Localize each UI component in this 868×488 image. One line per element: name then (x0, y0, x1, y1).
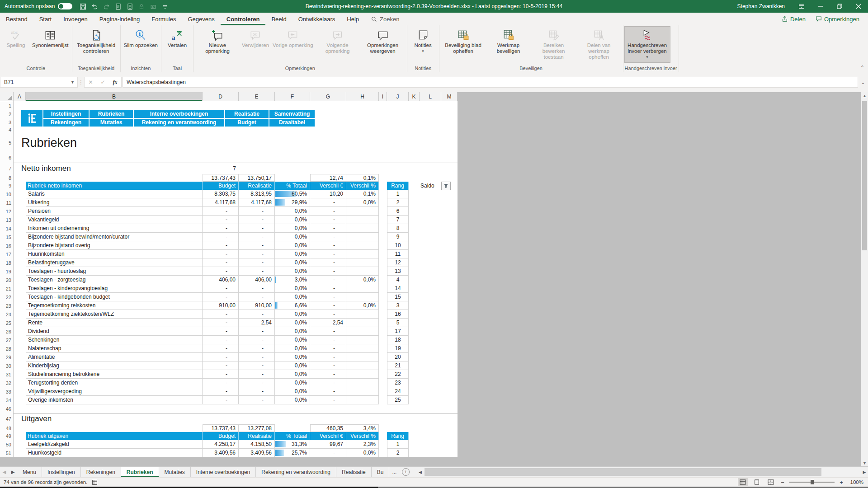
expand-formula-bar-icon[interactable]: ⌄ (858, 80, 868, 85)
cell-D17[interactable]: - (203, 250, 239, 258)
total-budget-8[interactable]: 13.737,43 (203, 174, 239, 182)
cell-D18[interactable]: - (203, 258, 239, 267)
cell-B19[interactable]: Toeslagen - huurtoeslag (26, 267, 203, 276)
cell-B48[interactable] (26, 424, 203, 432)
cell-K16[interactable] (409, 241, 420, 250)
cell-B31[interactable]: Studiefinanciering betrokkene (26, 370, 203, 379)
cell-G20[interactable]: - (310, 276, 346, 284)
cell-E18[interactable]: - (239, 258, 275, 267)
cell-L16[interactable] (420, 241, 441, 250)
accessibility-button[interactable]: Toegankelijkheid controleren (74, 27, 119, 62)
cell-L33[interactable] (420, 387, 441, 396)
cell-E28[interactable]: - (239, 344, 275, 353)
cell-M25[interactable] (441, 319, 458, 327)
cell-M22[interactable] (441, 293, 458, 301)
cell-B26[interactable]: Dividend (26, 327, 203, 336)
lock-icon[interactable] (136, 1, 147, 11)
print-preview-icon[interactable] (112, 1, 124, 11)
cell-K13[interactable] (409, 216, 420, 224)
cell-I48[interactable] (379, 424, 387, 432)
cell-A16[interactable] (14, 241, 26, 250)
cell-K32[interactable] (409, 379, 420, 387)
sheet-tab-scroll-left-icon[interactable]: ◀ (0, 467, 9, 477)
cell-D30[interactable]: - (203, 361, 239, 370)
cell-B8[interactable] (26, 174, 203, 182)
menu-button-interne-overboekingen[interactable]: Interne overboekingen (134, 110, 224, 118)
restore-button[interactable] (830, 0, 849, 13)
cell-J33[interactable]: 24 (387, 387, 409, 396)
header-pct-totaal-9[interactable]: % Totaal (275, 182, 310, 190)
cell-I14[interactable] (379, 224, 387, 233)
header-budget-49[interactable]: Budget (203, 432, 239, 440)
cell-G10[interactable]: 10,20 (310, 190, 346, 198)
total-budget-48[interactable]: 13.737,43 (203, 424, 239, 432)
cell-L11[interactable] (420, 198, 441, 207)
row-header-20[interactable]: 20 (0, 276, 14, 284)
header-verschil-eur-49[interactable]: Verschil € (310, 432, 346, 440)
zoom-slider-thumb[interactable] (811, 480, 814, 484)
cell-A20[interactable] (14, 276, 26, 284)
cell-J32[interactable]: 23 (387, 379, 409, 387)
cell-D28[interactable]: - (203, 344, 239, 353)
scroll-down-icon[interactable]: ▼ (861, 460, 868, 467)
cell-I33[interactable] (379, 387, 387, 396)
cell-L48[interactable] (420, 424, 441, 432)
ribbon-tab-invoegen[interactable]: Invoegen (57, 13, 94, 25)
cell-G13[interactable]: - (310, 216, 346, 224)
cell-J19[interactable]: 13 (387, 267, 409, 276)
cell-D19[interactable]: - (203, 267, 239, 276)
cell-D14[interactable]: - (203, 224, 239, 233)
cell-H51[interactable]: 0,0% (346, 449, 379, 457)
row-header-10[interactable]: 10 (0, 190, 14, 198)
menu-button-budget[interactable]: Budget (225, 119, 269, 127)
cell-L22[interactable] (420, 293, 441, 301)
row-header-16[interactable]: 16 (0, 241, 14, 250)
column-header-J[interactable]: J (387, 92, 409, 101)
sheet-tab-rekening-en-verantwoording[interactable]: Rekening en verantwoording (256, 467, 336, 477)
cell-F27[interactable]: 0,0% (275, 336, 310, 344)
cell-G26[interactable]: - (310, 327, 346, 336)
cell-J34[interactable]: 25 (387, 396, 409, 404)
cell-E51[interactable]: 3.409,56 (239, 449, 275, 457)
cell-H29[interactable] (346, 353, 379, 361)
cell-L13[interactable] (420, 216, 441, 224)
sheet-tab-mutaties[interactable]: Mutaties (159, 467, 191, 477)
cell-K8[interactable] (409, 174, 420, 182)
saldo-filter-button[interactable] (441, 182, 451, 190)
row-header-17[interactable]: 17 (0, 250, 14, 258)
cell-D21[interactable]: - (203, 284, 239, 293)
row-header-50[interactable]: 50 (0, 440, 14, 449)
cell-B50[interactable]: Leefgeld/zakgeld (26, 440, 203, 449)
cell-B32[interactable]: Terugstorting derden (26, 379, 203, 387)
cell-F20[interactable]: 3,0% (275, 276, 310, 284)
cell-J12[interactable]: 6 (387, 207, 409, 216)
cell-H12[interactable] (346, 207, 379, 216)
cell-D16[interactable]: - (203, 241, 239, 250)
cell-B20[interactable]: Toeslagen - zorgtoeslag (26, 276, 203, 284)
cell-M19[interactable] (441, 267, 458, 276)
total-verschil-eur-48[interactable]: 460,35 (310, 424, 346, 432)
cell-B17[interactable]: Huurinkomsten (26, 250, 203, 258)
cell-I30[interactable] (379, 361, 387, 370)
unprotect-sheet-button[interactable]: Beveiliging blad opheffen (441, 27, 486, 62)
scroll-left-icon[interactable]: ◀ (416, 470, 424, 474)
horizontal-scrollbar[interactable]: ◀ ▶ (416, 467, 868, 477)
cell-H20[interactable]: 0,0% (346, 276, 379, 284)
cell-M29[interactable] (441, 353, 458, 361)
cell-M11[interactable] (441, 198, 458, 207)
sheet-tab-scroll-right-icon[interactable]: ▶ (9, 467, 17, 477)
cell-K12[interactable] (409, 207, 420, 216)
row-header-21[interactable]: 21 (0, 284, 14, 293)
cell-K30[interactable] (409, 361, 420, 370)
cell-H26[interactable] (346, 327, 379, 336)
row-header-29[interactable]: 29 (0, 353, 14, 361)
row-header-25[interactable]: 25 (0, 319, 14, 327)
sheet-tab-interne-overboekingen[interactable]: Interne overboekingen (191, 467, 256, 477)
cell-I28[interactable] (379, 344, 387, 353)
row-header-31[interactable]: 31 (0, 370, 14, 379)
cell-B18[interactable]: Belastingteruggave (26, 258, 203, 267)
row-header-1[interactable]: 1 (0, 101, 14, 110)
header-realisatie-9[interactable]: Realisatie (239, 182, 275, 190)
cell-K20[interactable] (409, 276, 420, 284)
row-header-24[interactable]: 24 (0, 310, 14, 319)
